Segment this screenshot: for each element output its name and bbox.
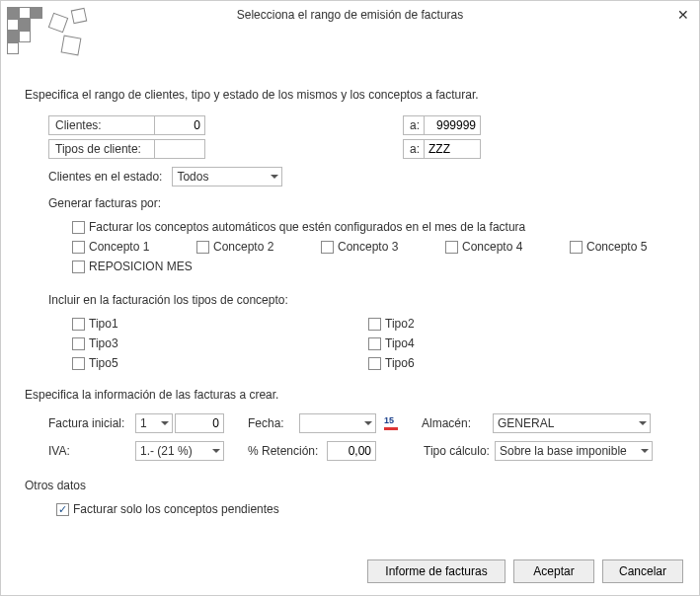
estado-label: Clientes en el estado:: [48, 170, 162, 184]
chevron-down-icon: [641, 449, 649, 453]
app-logo: [7, 7, 96, 56]
informe-button[interactable]: Informe de facturas: [367, 559, 506, 583]
chk-t1[interactable]: Tipo1: [72, 317, 368, 331]
tipo-calc-label: Tipo cálculo:: [424, 444, 495, 458]
aceptar-button[interactable]: Aceptar: [513, 559, 594, 583]
almacen-select[interactable]: GENERAL: [493, 413, 651, 433]
chk-c1[interactable]: Concepto 1: [72, 240, 196, 254]
chk-c4[interactable]: Concepto 4: [445, 240, 570, 254]
chk-repo-label: REPOSICION MES: [89, 260, 193, 273]
footer-buttons: Informe de facturas Aceptar Cancelar: [367, 559, 683, 583]
intro-text: Especifica el rango de clientes, tipo y …: [25, 88, 683, 102]
checkbox-icon: [570, 241, 583, 254]
dialog-title: Selecciona el rango de emisión de factur…: [237, 8, 463, 22]
incluir-title: Incluir en la facturación los tipos de c…: [48, 293, 683, 307]
chk-auto[interactable]: Facturar los conceptos automáticos que e…: [72, 220, 683, 234]
checkbox-icon: [72, 318, 85, 331]
fecha-label: Fecha:: [248, 416, 299, 430]
retencion-input[interactable]: [327, 441, 376, 461]
chk-repo[interactable]: REPOSICION MES: [72, 260, 683, 273]
factura-inicial-label: Factura inicial:: [48, 416, 135, 430]
fecha-select[interactable]: [299, 413, 376, 433]
checkbox-icon: [368, 357, 381, 370]
chk-c3[interactable]: Concepto 3: [321, 240, 445, 254]
checkbox-icon: [445, 241, 458, 254]
chk-t2[interactable]: Tipo2: [368, 317, 415, 331]
iva-select[interactable]: 1.- (21 %): [135, 441, 224, 461]
chevron-down-icon: [639, 421, 647, 425]
clientes-label: Clientes:: [48, 115, 155, 135]
chk-c5[interactable]: Concepto 5: [570, 240, 678, 254]
tipo-calc-select[interactable]: Sobre la base imponible: [495, 441, 653, 461]
checkbox-icon: [72, 357, 85, 370]
clientes-to-input[interactable]: [424, 115, 481, 135]
checkbox-icon: [368, 337, 381, 350]
tipos-from-input[interactable]: [154, 139, 205, 159]
chk-t6[interactable]: Tipo6: [368, 356, 415, 370]
chk-t4[interactable]: Tipo4: [368, 336, 415, 350]
chk-t5[interactable]: Tipo5: [72, 356, 368, 370]
chevron-down-icon: [271, 175, 278, 179]
chevron-down-icon: [212, 449, 220, 453]
chk-pendientes[interactable]: ✓ Facturar solo los conceptos pendientes: [56, 502, 683, 516]
estado-value: Todos: [177, 170, 208, 184]
clientes-from-input[interactable]: [154, 115, 205, 135]
tipos-to-input[interactable]: [424, 139, 481, 159]
iva-label: IVA:: [48, 444, 135, 458]
chk-pendientes-label: Facturar solo los conceptos pendientes: [73, 502, 279, 516]
close-icon[interactable]: ✕: [677, 7, 689, 23]
checkbox-icon: [72, 221, 85, 234]
factura-serie-select[interactable]: 1: [135, 413, 173, 433]
titlebar: Selecciona el rango de emisión de factur…: [1, 1, 699, 29]
almacen-label: Almacén:: [422, 416, 493, 430]
checkbox-icon: [72, 241, 85, 254]
clientes-a-label: a:: [403, 115, 425, 135]
chk-c2[interactable]: Concepto 2: [196, 240, 321, 254]
retencion-label: % Retención:: [248, 444, 327, 458]
chk-t3[interactable]: Tipo3: [72, 336, 368, 350]
checkbox-icon: [196, 241, 209, 254]
checkbox-checked-icon: ✓: [56, 503, 69, 516]
estado-select[interactable]: Todos: [172, 167, 282, 186]
chk-auto-label: Facturar los conceptos automáticos que e…: [89, 220, 525, 234]
calendar-icon[interactable]: [384, 415, 400, 431]
checkbox-icon: [72, 261, 85, 273]
crear-title: Especifica la información de las factura…: [25, 388, 683, 402]
checkbox-icon: [72, 337, 85, 350]
cancelar-button[interactable]: Cancelar: [602, 559, 683, 583]
generar-title: Generar facturas por:: [48, 196, 683, 210]
checkbox-icon: [321, 241, 334, 254]
chevron-down-icon: [161, 421, 169, 425]
factura-num-input[interactable]: [175, 413, 224, 433]
chevron-down-icon: [364, 421, 372, 425]
tipos-label: Tipos de cliente:: [48, 139, 155, 159]
tipos-a-label: a:: [403, 139, 425, 159]
checkbox-icon: [368, 318, 381, 331]
otros-title: Otros datos: [25, 479, 683, 492]
